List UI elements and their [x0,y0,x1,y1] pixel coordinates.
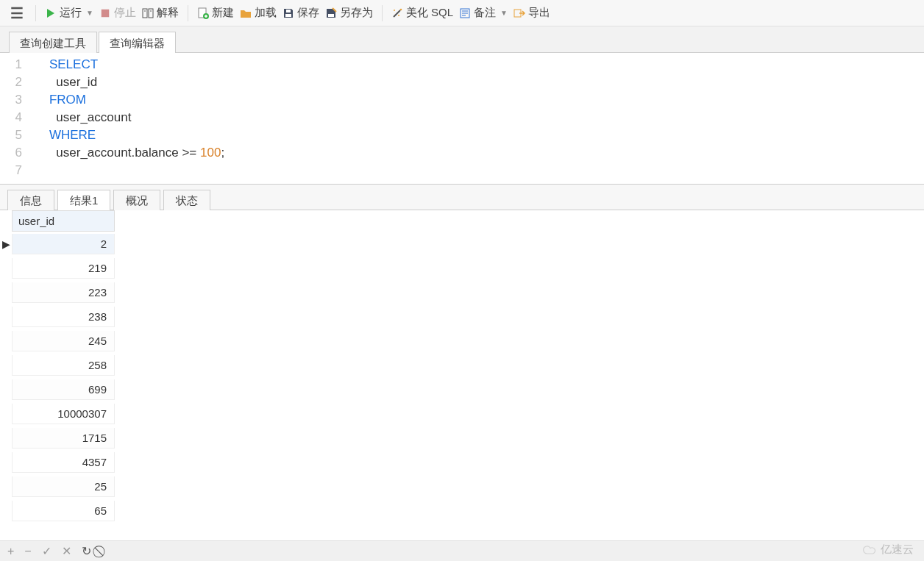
save-icon [282,7,294,19]
cell-user-id[interactable]: 699 [12,379,115,400]
svg-point-14 [400,8,402,10]
explain-icon [142,7,154,19]
delete-row-icon[interactable]: − [24,545,31,558]
run-label: 运行 [60,6,82,20]
save-label: 保存 [297,6,319,20]
save-as-icon [325,7,337,19]
new-button[interactable]: 新建 [194,4,237,21]
bottom-tabs: 信息 结果1 概况 状态 [0,184,924,210]
tab-status[interactable]: 状态 [163,190,210,210]
table-row[interactable]: 219 [0,256,924,280]
watermark: 亿速云 [863,543,914,557]
cell-user-id[interactable]: 1715 [12,428,115,449]
load-button[interactable]: 加载 [237,4,280,21]
row-marker-icon: ▶ [0,238,12,250]
new-icon [197,7,209,19]
table-row[interactable]: 238 [0,304,924,329]
line-gutter: 1 2 3 4 5 6 7 [0,56,35,179]
cell-user-id[interactable]: 10000307 [12,404,115,424]
beautify-label: 美化 SQL [406,6,453,20]
save-button[interactable]: 保存 [280,4,322,21]
add-row-icon[interactable]: + [7,545,14,558]
top-tabs: 查询创建工具 查询编辑器 [0,26,924,53]
table-row[interactable]: 245 [0,329,924,353]
table-row[interactable]: ▶2 [0,232,924,256]
grid-toolbar: + − ✓ ✕ ↻ ⃠ [0,540,924,561]
table-row[interactable]: 25 [0,474,924,499]
svg-rect-1 [102,9,110,17]
cell-user-id[interactable]: 65 [12,501,115,521]
notes-button[interactable]: 备注 ▼ [456,4,511,21]
svg-rect-12 [328,14,334,17]
code-area[interactable]: SELECT user_id FROM user_account WHERE u… [35,56,924,179]
table-row[interactable]: 4357 [0,450,924,474]
export-icon [513,7,525,19]
explain-label: 解释 [157,6,179,20]
save-as-label: 另存为 [340,6,373,20]
save-as-button[interactable]: 另存为 [322,4,376,21]
svg-point-15 [394,10,395,11]
results-grid[interactable]: user_id ▶2219223238245258699100003071715… [0,210,924,523]
explain-button[interactable]: 解释 [139,4,182,21]
svg-rect-11 [286,10,291,12]
svg-rect-2 [143,9,147,18]
column-header-user-id[interactable]: user_id [12,210,115,232]
cell-user-id[interactable]: 245 [12,331,115,351]
cancel-icon[interactable]: ✕ [62,544,71,558]
cell-user-id[interactable]: 238 [12,307,115,327]
beautify-button[interactable]: 美化 SQL [388,4,456,21]
cell-user-id[interactable]: 4357 [12,452,115,473]
tab-result1[interactable]: 结果1 [57,190,110,210]
tab-profile[interactable]: 概况 [113,190,160,210]
stop-icon [99,7,111,19]
cell-user-id[interactable]: 2 [12,234,115,254]
caret-down-icon: ▼ [500,9,508,17]
svg-rect-10 [285,14,291,17]
cell-user-id[interactable]: 25 [12,476,115,497]
load-label: 加载 [255,6,277,20]
sql-editor[interactable]: 1 2 3 4 5 6 7 SELECT user_id FROM user_a… [0,53,924,184]
hamburger-icon[interactable]: ☰ [4,4,29,22]
main-toolbar: ☰ 运行 ▼ 停止 解释 新建 加载 保存 另存为 美化 SQL 备注 ▼ [0,0,924,26]
run-button[interactable]: 运行 ▼ [42,4,96,21]
table-row[interactable]: 10000307 [0,401,924,426]
table-row[interactable]: 699 [0,377,924,401]
cell-user-id[interactable]: 258 [12,355,115,376]
stop-label: 停止 [114,6,136,20]
notes-icon [459,7,471,19]
cell-user-id[interactable]: 219 [12,258,115,279]
tab-query-builder[interactable]: 查询创建工具 [9,32,97,53]
tab-query-editor[interactable]: 查询编辑器 [99,32,176,53]
tab-info[interactable]: 信息 [7,190,54,210]
table-row[interactable]: 258 [0,353,924,377]
table-row[interactable]: 223 [0,280,924,304]
new-label: 新建 [212,6,234,20]
stop-button[interactable]: 停止 [96,4,139,21]
table-row[interactable]: 65 [0,499,924,523]
table-row[interactable]: 1715 [0,426,924,450]
svg-rect-3 [149,9,153,18]
svg-point-16 [398,15,399,16]
apply-icon[interactable]: ✓ [42,544,51,558]
folder-icon [240,7,252,19]
export-label: 导出 [528,6,550,20]
svg-marker-0 [47,9,54,18]
caret-down-icon: ▼ [86,9,93,17]
wand-icon [391,7,403,19]
cell-user-id[interactable]: 223 [12,282,115,303]
play-icon [45,7,57,19]
refresh-icon[interactable]: ↻ [82,544,91,558]
notes-label: 备注 [474,6,496,20]
export-button[interactable]: 导出 [511,4,553,21]
